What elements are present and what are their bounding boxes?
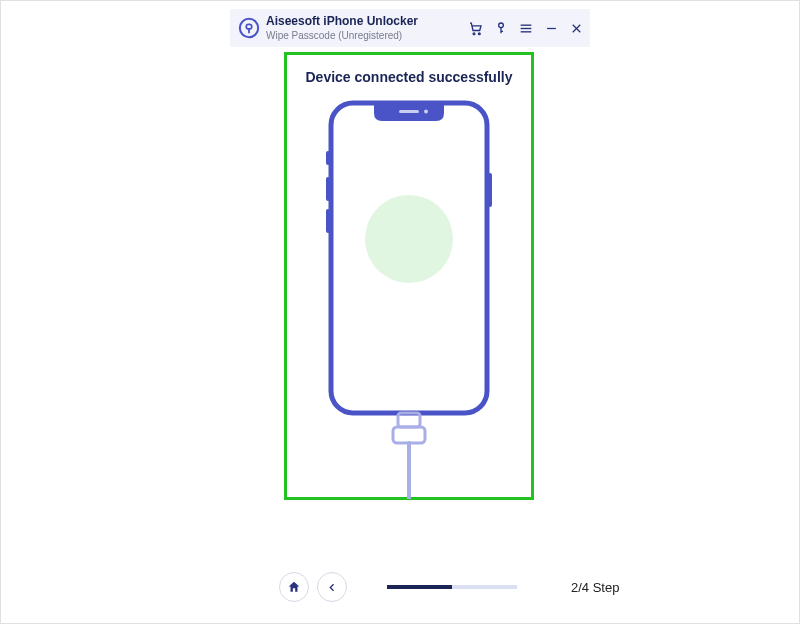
svg-point-4 <box>478 32 480 34</box>
menu-icon[interactable] <box>518 20 534 36</box>
key-icon[interactable] <box>493 20 509 36</box>
title-bar: Aiseesoft iPhone Unlocker Wipe Passcode … <box>230 9 590 47</box>
app-subtitle: Wipe Passcode (Unregistered) <box>266 30 462 41</box>
svg-point-16 <box>424 110 428 114</box>
title-actions <box>468 20 584 36</box>
status-heading: Device connected successfully <box>306 69 513 85</box>
app-logo-icon <box>238 17 260 39</box>
cart-icon[interactable] <box>468 20 484 36</box>
step-progress-track <box>387 585 517 589</box>
close-icon[interactable] <box>568 20 584 36</box>
app-title: Aiseesoft iPhone Unlocker <box>266 15 462 28</box>
svg-rect-18 <box>326 177 330 201</box>
home-button[interactable] <box>279 572 309 602</box>
step-label: 2/4 Step <box>571 580 619 595</box>
svg-rect-17 <box>326 151 330 165</box>
svg-point-3 <box>473 32 475 34</box>
title-text-group: Aiseesoft iPhone Unlocker Wipe Passcode … <box>266 15 462 40</box>
footer-bar: 2/4 Step <box>1 569 799 605</box>
step-progress-fill <box>387 585 452 589</box>
back-button[interactable] <box>317 572 347 602</box>
svg-rect-19 <box>326 209 330 233</box>
svg-rect-23 <box>393 427 425 443</box>
svg-point-21 <box>365 195 453 283</box>
svg-rect-15 <box>399 110 419 113</box>
minimize-icon[interactable] <box>543 20 559 36</box>
device-illustration <box>319 99 499 503</box>
svg-rect-20 <box>488 173 492 207</box>
main-panel-highlight: Device connected successfully <box>284 52 534 500</box>
svg-point-5 <box>499 23 504 28</box>
